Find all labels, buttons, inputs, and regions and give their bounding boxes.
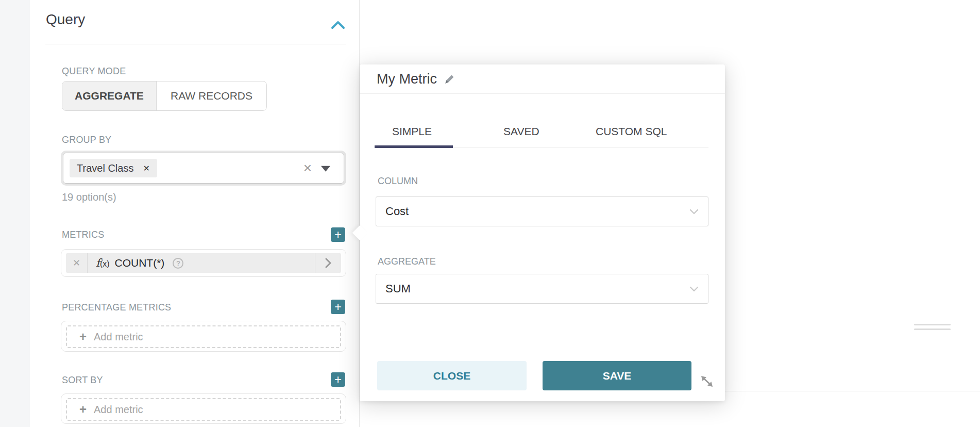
column-label: COLUMN [378, 176, 418, 187]
percentage-metrics-label: PERCENTAGE METRICS [62, 302, 171, 313]
query-mode-segmented-control: AGGREGATE RAW RECORDS [62, 81, 267, 111]
splitter-handle[interactable] [914, 324, 951, 325]
metrics-container: ✕ f(x) COUNT(*) ? [61, 249, 346, 277]
chevron-down-icon [689, 209, 699, 215]
save-button[interactable]: SAVE [543, 361, 691, 390]
sort-by-label: SORT BY [62, 375, 103, 386]
chevron-up-icon[interactable] [331, 20, 345, 31]
query-section-title: Query [46, 11, 85, 28]
aggregate-label: AGGREGATE [378, 256, 436, 267]
caret-down-icon[interactable] [321, 166, 330, 172]
add-sort-button[interactable]: + [331, 372, 345, 387]
close-button[interactable]: CLOSE [377, 361, 527, 390]
group-by-label: GROUP BY [62, 135, 111, 145]
active-tab-indicator [375, 145, 453, 148]
tab-saved[interactable]: SAVED [503, 125, 539, 138]
query-mode-label: QUERY MODE [62, 66, 126, 77]
query-mode-raw-records-button[interactable]: RAW RECORDS [157, 81, 266, 110]
function-icon: f(x) [96, 257, 109, 269]
popover-title: My Metric [377, 71, 437, 87]
resize-handle-icon[interactable] [700, 374, 714, 388]
metrics-label: METRICS [62, 229, 104, 240]
column-select[interactable]: Cost [376, 196, 708, 226]
plus-icon: + [79, 403, 87, 416]
chevron-down-icon [689, 286, 699, 292]
group-by-select[interactable]: Travel Class ✕ × [61, 151, 346, 186]
column-select-value: Cost [385, 205, 409, 218]
metric-chip[interactable]: ✕ f(x) COUNT(*) ? [66, 253, 341, 273]
sort-by-container: + Add metric [61, 393, 346, 424]
help-icon[interactable]: ? [173, 258, 183, 269]
edit-title-pencil-icon[interactable] [444, 73, 455, 85]
chevron-right-icon[interactable] [315, 258, 341, 268]
left-rail [0, 0, 30, 427]
add-percentage-metric-button[interactable]: + [331, 300, 345, 314]
group-by-helper-text: 19 option(s) [62, 191, 116, 203]
percentage-add-metric-placeholder[interactable]: + Add metric [66, 325, 341, 348]
remove-tag-icon[interactable]: ✕ [143, 163, 149, 173]
add-metric-button[interactable]: + [331, 227, 345, 242]
splitter-handle[interactable] [914, 329, 951, 330]
plus-icon: + [79, 331, 87, 343]
popover-header: My Metric [360, 64, 725, 94]
metric-edit-popover: My Metric SIMPLE SAVED CUSTOM SQL COLUMN… [360, 64, 725, 401]
chip-divider [87, 253, 88, 273]
clear-select-icon[interactable]: × [303, 161, 312, 175]
aggregate-select[interactable]: SUM [376, 274, 708, 304]
tab-simple[interactable]: SIMPLE [392, 125, 432, 138]
group-by-tag-label: Travel Class [77, 162, 133, 174]
popover-arrow [352, 225, 368, 241]
remove-metric-icon[interactable]: ✕ [66, 258, 87, 268]
aggregate-select-value: SUM [385, 282, 411, 295]
tab-custom-sql[interactable]: CUSTOM SQL [596, 125, 667, 138]
section-divider [45, 44, 346, 44]
group-by-field[interactable]: Travel Class ✕ × [63, 153, 344, 184]
percentage-metrics-container: + Add metric [61, 321, 346, 352]
metric-chip-label: COUNT(*) [115, 257, 165, 269]
explore-chart-builder: Query QUERY MODE AGGREGATE RAW RECORDS G… [0, 0, 980, 427]
sort-add-metric-placeholder[interactable]: + Add metric [66, 398, 341, 421]
group-by-tag[interactable]: Travel Class ✕ [70, 159, 157, 177]
query-mode-aggregate-button[interactable]: AGGREGATE [62, 81, 157, 110]
